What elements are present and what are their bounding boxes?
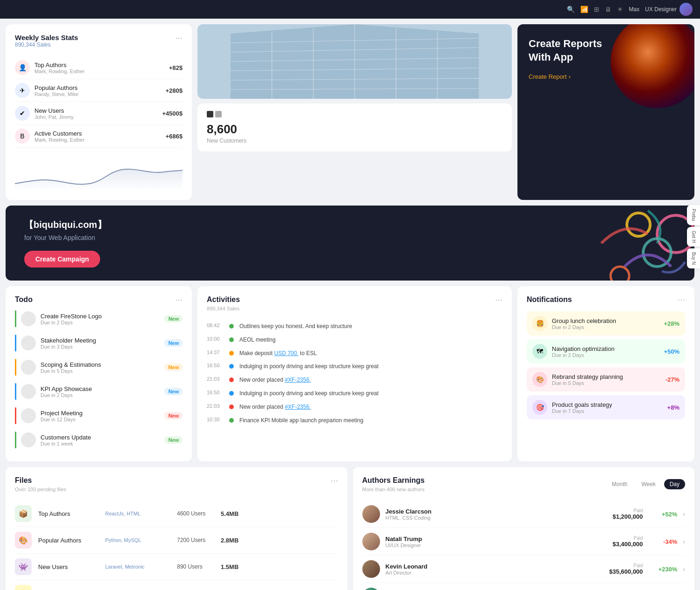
todo-bar bbox=[15, 383, 16, 400]
author-name: Natali Trump bbox=[386, 535, 607, 542]
author-item: Kevin Leonard Art Director Paid $35,600,… bbox=[362, 556, 686, 583]
activity-dot bbox=[229, 377, 234, 382]
stat-name: New Users bbox=[34, 107, 157, 114]
todo-bar bbox=[15, 310, 16, 327]
todo-badge: New bbox=[164, 364, 183, 371]
svg-point-16 bbox=[611, 267, 629, 281]
todo-bar bbox=[15, 407, 16, 424]
todo-due: Due in 5 Days bbox=[41, 368, 160, 374]
activity-text: New order placed #XF-2356. bbox=[239, 403, 311, 411]
file-tags: Laravel, Metronic bbox=[105, 564, 170, 569]
notif-name: Rebrand strategy planning bbox=[552, 373, 661, 380]
author-role: HTML, CSS Coding bbox=[386, 515, 607, 521]
file-icon: ⭐ bbox=[15, 585, 32, 590]
file-size: 5.4MB bbox=[221, 510, 238, 517]
activity-dot bbox=[229, 364, 234, 369]
author-pct: +52% bbox=[654, 511, 677, 518]
theme-icon[interactable]: ☀ bbox=[617, 6, 623, 13]
notif-due: Due in 7 Days bbox=[552, 408, 663, 414]
tab-week[interactable]: Week bbox=[636, 479, 661, 489]
tab-month[interactable]: Month bbox=[606, 479, 633, 489]
todo-badge: New bbox=[164, 339, 183, 347]
campaign-banner: 【biqubiqui.com】 for Your Web Application… bbox=[6, 206, 694, 281]
author-arrow[interactable]: › bbox=[683, 538, 685, 545]
side-hint-buy[interactable]: Buy N bbox=[687, 248, 700, 268]
files-card: Files Over 100 pending files ⋯ 📦 Top Aut… bbox=[6, 467, 347, 590]
author-name: Kevin Leonard bbox=[386, 563, 604, 570]
activity-link[interactable]: USD 700. bbox=[274, 350, 299, 357]
activity-item: 10:30 Finance KPI Mobile app launch prep… bbox=[207, 414, 503, 427]
file-users: 4600 Users bbox=[177, 510, 214, 517]
notification-item: 🍔 Group lunch celebration Due in 2 Days … bbox=[527, 311, 685, 336]
todo-avatar bbox=[21, 408, 36, 423]
activity-dot bbox=[229, 337, 234, 342]
activity-time: 16:50 bbox=[207, 363, 224, 368]
topbar: 🔍 📶 ⊞ 🖥 ☀ Max UX Designer bbox=[0, 0, 700, 19]
notif-name: Product goals strategy bbox=[552, 401, 663, 408]
todo-bar bbox=[15, 432, 16, 448]
file-icon: 📦 bbox=[15, 505, 32, 522]
todo-item: Customers Update Due in 1 week New bbox=[15, 428, 183, 452]
grid-icon[interactable]: ⊞ bbox=[594, 6, 599, 13]
author-role: UI/UX Designer bbox=[386, 542, 607, 548]
earnings-tabs: Month Week Day bbox=[606, 479, 685, 489]
weekly-stats-menu[interactable]: ⋯ bbox=[175, 34, 183, 42]
weekly-stats-title: Weekly Sales Stats bbox=[15, 34, 78, 41]
tab-day[interactable]: Day bbox=[664, 479, 685, 489]
notifications-card: Notifications ⋯ 🍔 Group lunch celebratio… bbox=[517, 286, 694, 461]
activity-text: Indulging in poorly driving and keep str… bbox=[239, 363, 379, 370]
activities-title: Activities bbox=[207, 295, 240, 304]
files-sub: Over 100 pending files bbox=[15, 487, 66, 492]
author-name: Jessie Clarcson bbox=[386, 508, 607, 515]
customers-card: 8,600 New Customers bbox=[197, 103, 512, 151]
activity-link[interactable]: #XF-2356. bbox=[285, 404, 311, 410]
activity-time: 16:50 bbox=[207, 390, 224, 395]
sales-chart bbox=[15, 153, 183, 191]
activity-link[interactable]: #XF-2356. bbox=[285, 377, 311, 383]
author-arrow[interactable]: › bbox=[683, 565, 685, 573]
todo-menu[interactable]: ⋯ bbox=[175, 295, 183, 304]
side-hint-prebu[interactable]: Prebu bbox=[687, 205, 700, 225]
activity-dot bbox=[229, 351, 234, 356]
todo-badge: New bbox=[164, 412, 183, 419]
activity-dot bbox=[229, 391, 234, 396]
todo-due: Due in 12 Days bbox=[41, 417, 160, 422]
files-menu[interactable]: ⋯ bbox=[331, 476, 338, 485]
activities-sub: 890,344 Sales bbox=[207, 306, 240, 311]
todo-name: Scoping & Estimations bbox=[41, 361, 160, 368]
roofing-card: Roofing bbox=[197, 24, 512, 99]
activity-item: 14:37 Make deposit USD 700. to ESL bbox=[207, 347, 503, 360]
stat-name: Active Customers bbox=[34, 130, 161, 137]
display-icon[interactable]: 🖥 bbox=[605, 6, 612, 13]
stat-value: +280$ bbox=[165, 87, 183, 94]
reports-orb bbox=[611, 24, 694, 108]
activity-text: Finance KPI Mobile app launch preparion … bbox=[239, 417, 363, 425]
activities-card: Activities 890,344 Sales ⋯ 08:42 Outline… bbox=[197, 286, 512, 461]
notif-pct: +50% bbox=[664, 348, 680, 355]
weekly-stats-sub: 890,344 Sales bbox=[15, 41, 78, 48]
side-hints: Prebu Get H Buy N bbox=[687, 205, 700, 270]
activity-text: Outlines keep you honest. And keep struc… bbox=[239, 322, 352, 330]
todo-bar bbox=[15, 335, 16, 351]
activity-item: 10:00 AEOL meeting bbox=[207, 333, 503, 347]
todo-item: Scoping & Estimations Due in 5 Days New bbox=[15, 355, 183, 379]
todo-badge: New bbox=[164, 315, 183, 322]
search-icon[interactable]: 🔍 bbox=[567, 6, 575, 13]
author-arrow[interactable]: › bbox=[683, 510, 685, 518]
activity-text: AEOL meeting bbox=[239, 336, 276, 344]
weekly-sales-card: Weekly Sales Stats 890,344 Sales ⋯ 👤 Top… bbox=[6, 24, 192, 200]
signal-icon: 📶 bbox=[580, 6, 588, 13]
todo-avatar bbox=[21, 432, 36, 447]
activity-dot bbox=[229, 324, 234, 329]
create-campaign-button[interactable]: Create Campaign bbox=[24, 251, 100, 268]
todo-name: Create FireStone Logo bbox=[41, 313, 160, 320]
side-hint-get[interactable]: Get H bbox=[687, 227, 700, 247]
author-avatar bbox=[362, 533, 380, 550]
customers-label: New Customers bbox=[207, 137, 503, 144]
activities-menu[interactable]: ⋯ bbox=[495, 295, 503, 304]
notif-icon: 🍔 bbox=[532, 316, 547, 331]
file-name: Top Authors bbox=[38, 510, 99, 517]
notification-item: 🗺 Navigation optimization Due in 2 Days … bbox=[527, 339, 685, 364]
row2: Todo ⋯ Create FireStone Logo Due in 2 Da… bbox=[6, 286, 694, 461]
notifications-menu[interactable]: ⋯ bbox=[678, 295, 685, 304]
